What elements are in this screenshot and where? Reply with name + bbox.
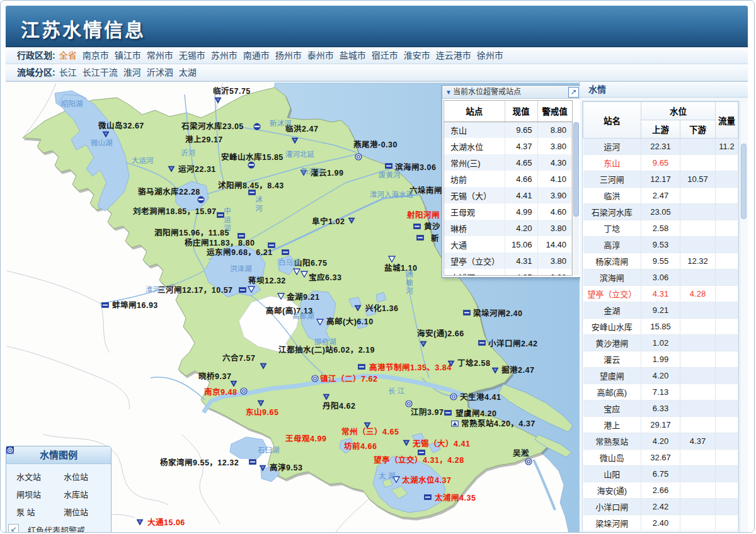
station-row[interactable]: 港上29.17 — [583, 417, 738, 433]
hydro-station-marker[interactable] — [259, 465, 266, 472]
station-label[interactable]: 杨庄闸11.83，8.80 — [185, 238, 255, 248]
station-label[interactable]: 骆马湖水库22.28 — [138, 187, 200, 197]
hydro-station-marker[interactable] — [354, 305, 362, 312]
gate-station-marker[interactable] — [463, 310, 471, 317]
hydro-station-marker[interactable] — [102, 131, 110, 139]
gate-station-marker[interactable] — [282, 249, 289, 257]
station-label[interactable]: 临沂57.75 — [213, 86, 251, 96]
nav-link[interactable]: 常州市 — [147, 50, 173, 60]
station-label[interactable]: 六垛南闸 — [410, 186, 442, 196]
station-row[interactable]: 高淳9.53 — [583, 237, 738, 253]
hydro-station-marker[interactable] — [403, 440, 410, 447]
hydro-station-marker[interactable] — [136, 519, 144, 526]
station-label[interactable]: 高淳9.53 — [270, 463, 302, 473]
station-label[interactable]: 太湖水位4.37 — [402, 475, 451, 486]
hydro-station-marker[interactable] — [168, 166, 175, 173]
nav-link[interactable]: 沂沭泗 — [147, 67, 173, 77]
alert-row[interactable]: 太浦河4.252.98 — [444, 269, 572, 276]
gate-station-marker[interactable] — [478, 340, 486, 348]
nav-link[interactable]: 徐州市 — [477, 50, 503, 60]
station-label[interactable]: 坊前4.66 — [344, 441, 377, 452]
gate-station-marker[interactable] — [416, 235, 424, 242]
station-label[interactable]: 蒋坝12.32 — [248, 276, 286, 286]
station-label[interactable]: 吴淞 — [513, 448, 529, 458]
nav-link[interactable]: 全省 — [59, 50, 77, 60]
tide-station-marker[interactable] — [240, 387, 248, 395]
station-label[interactable]: 王母观4.99 — [285, 434, 326, 444]
sidebar-scrollbar-thumb[interactable] — [741, 144, 747, 219]
reservoir-station-marker[interactable] — [253, 123, 261, 130]
station-label[interactable]: 刘老涧闸18.85，15.97 — [133, 207, 217, 217]
gate-station-marker[interactable] — [239, 287, 246, 295]
station-label[interactable]: 海安(通)2.66 — [417, 329, 464, 339]
station-label[interactable]: 东山9.65 — [246, 407, 278, 418]
nav-link[interactable]: 泰州市 — [307, 50, 334, 60]
alert-row[interactable]: 坊前4.664.10 — [444, 171, 572, 187]
station-label[interactable]: 南京9.48 — [204, 387, 237, 397]
alert-row[interactable]: 王母观4.994.60 — [444, 203, 572, 220]
alert-row[interactable]: 大通15.0614.40 — [444, 236, 572, 253]
popup-scrollbar-thumb[interactable] — [573, 122, 579, 217]
station-label[interactable]: 蚌埠闸16.93 — [112, 300, 158, 310]
station-label[interactable]: 晓桥9.37 — [198, 372, 231, 382]
hydro-station-marker[interactable] — [420, 341, 427, 348]
station-label[interactable]: 高港节制闸1.35、3.84 — [369, 363, 452, 373]
station-label[interactable]: 三河闸12.17，10.57 — [158, 285, 233, 295]
tide-station-marker[interactable] — [525, 458, 532, 465]
station-label[interactable]: 无锡（大）4.41 — [413, 439, 470, 449]
hydro-station-marker[interactable] — [447, 360, 455, 368]
station-label[interactable]: 高邮(大)6.10 — [326, 317, 374, 327]
tide-station-marker[interactable] — [405, 400, 413, 407]
station-label[interactable]: 沭阳闸8.45，8.43 — [218, 181, 284, 191]
station-label[interactable]: 杨家湾闸9.55，12.32 — [160, 458, 239, 468]
station-row[interactable]: 微山岛32.67 — [583, 450, 738, 466]
nav-link[interactable]: 长江 — [59, 67, 77, 77]
station-label[interactable]: 太浦闸4.35 — [435, 493, 476, 503]
level-station-marker[interactable] — [301, 271, 308, 278]
station-row[interactable]: 杨家湾闸9.5512.32 — [583, 253, 738, 270]
legend-collapse-icon[interactable]: ↙ — [8, 524, 19, 533]
station-row[interactable]: 常熟泵站4.204.37 — [583, 433, 738, 450]
station-label[interactable]: 六合7.57 — [222, 353, 255, 363]
hydro-station-marker[interactable] — [260, 363, 267, 370]
station-label[interactable]: 常熟泵站4.20，4.37 — [461, 419, 536, 429]
level-station-marker[interactable] — [277, 293, 285, 300]
station-label[interactable]: 常州（三）4.65 — [341, 427, 399, 437]
nav-link[interactable]: 太湖 — [179, 67, 197, 77]
station-label[interactable]: 阜宁1.02 — [312, 217, 345, 227]
hydro-station-marker[interactable] — [491, 367, 499, 375]
station-row[interactable]: 望虞闸4.20 — [583, 368, 738, 384]
station-label[interactable]: 微山岛32.67 — [98, 121, 144, 131]
gate-station-marker[interactable] — [385, 163, 392, 171]
nav-link[interactable]: 淮河 — [123, 67, 141, 77]
hydro-station-marker[interactable] — [348, 217, 355, 225]
station-row[interactable]: 丁埝2.58 — [583, 220, 738, 237]
alert-row[interactable]: 东山9.658.80 — [444, 122, 572, 138]
station-row[interactable]: 宝应6.33 — [583, 401, 738, 417]
station-row[interactable]: 小洋口闸2.42 — [583, 499, 738, 515]
popup-scrollbar[interactable] — [573, 122, 579, 275]
popup-expand-icon[interactable]: ↗ — [568, 87, 579, 98]
province-map[interactable]: 临沂57.75微山岛32.67石梁河水库23.05港上29.17临洪2.47燕尾… — [6, 82, 580, 533]
station-label[interactable]: 燕尾港-0.30 — [353, 140, 398, 150]
alert-row[interactable]: 太湖水位4.373.80 — [444, 138, 572, 154]
nav-link[interactable]: 苏州市 — [211, 50, 238, 60]
station-label[interactable]: 天生港4.41 — [460, 392, 501, 402]
hydro-station-marker[interactable] — [291, 137, 299, 145]
station-row[interactable]: 东山9.65 — [583, 155, 738, 171]
station-row[interactable]: 安峰山水库15.85 — [583, 319, 738, 335]
level-station-marker[interactable] — [388, 256, 396, 263]
alert-popup-header[interactable]: ▼当前水位超警戒站点 — [442, 86, 580, 99]
station-row[interactable]: 山阳6.75 — [583, 466, 738, 482]
alert-row[interactable]: 望亭（立交）4.313.80 — [444, 253, 572, 269]
station-label[interactable]: 新 — [431, 234, 439, 244]
station-label[interactable]: 江都抽水(二)站6.02，2.19 — [278, 345, 375, 355]
station-label[interactable]: 港上29.17 — [185, 135, 223, 145]
nav-link[interactable]: 镇江市 — [115, 50, 141, 60]
gate-station-marker[interactable] — [358, 364, 365, 372]
station-row[interactable]: 石梁河水库23.05 — [583, 204, 738, 220]
station-label[interactable]: 射阳河闸 — [407, 210, 440, 220]
hydro-station-marker[interactable] — [214, 97, 222, 105]
alert-row[interactable]: 琳桥4.203.80 — [444, 220, 572, 236]
station-label[interactable]: 小洋口闸2.42 — [488, 339, 537, 349]
